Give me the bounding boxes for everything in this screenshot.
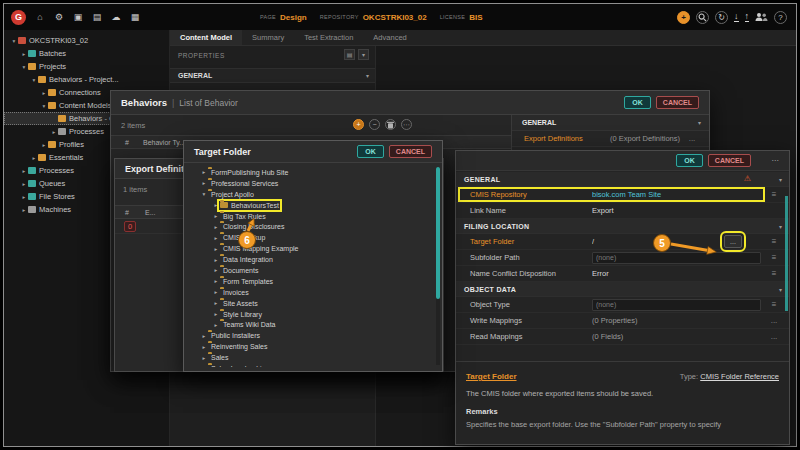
menu-icon[interactable]: ≡ bbox=[765, 237, 783, 246]
menu-icon[interactable]: ≡ bbox=[765, 253, 783, 262]
chevron-right-icon[interactable]: ▸ bbox=[200, 333, 208, 339]
chevron-right-icon[interactable]: ▸ bbox=[212, 246, 220, 252]
folder-tree-item-formpublishing-hub-site[interactable]: ▸FormPublishing Hub Site bbox=[186, 167, 434, 178]
behaviors-dialog-titlebar[interactable]: Behaviors | List of Behavior OK CANCEL bbox=[111, 91, 709, 115]
chevron-down-icon[interactable]: ▾ bbox=[40, 103, 48, 109]
properties-dialog-titlebar[interactable]: OK CANCEL ... bbox=[456, 151, 789, 171]
chevron-right-icon[interactable]: ▸ bbox=[212, 311, 220, 317]
folder-tree-item-teams-wiki-data[interactable]: ▸Teams Wiki Data bbox=[186, 319, 434, 330]
value-text[interactable]: / bbox=[592, 237, 594, 246]
ok-button[interactable]: OK bbox=[624, 96, 651, 109]
browse-button[interactable]: ... bbox=[724, 235, 742, 248]
scrollbar-thumb[interactable] bbox=[436, 167, 440, 299]
download-icon[interactable]: ↓ bbox=[734, 12, 739, 22]
property-value[interactable]: (0 Properties) bbox=[592, 316, 765, 325]
chevron-down-icon[interactable]: ▾ bbox=[366, 72, 369, 79]
property-row-write-mappings[interactable]: Write Mappings(0 Properties)... bbox=[456, 313, 789, 329]
section-header-object-data[interactable]: OBJECT DATA▾ bbox=[456, 282, 789, 297]
main-general-section[interactable]: GENERAL ▾ bbox=[170, 68, 375, 83]
column-behavior-type[interactable]: Behavior Ty... bbox=[143, 139, 185, 146]
sidebar-item-batches[interactable]: ▸Batches bbox=[4, 47, 169, 60]
target-folder-titlebar[interactable]: Target Folder OK CANCEL bbox=[184, 141, 442, 163]
remove-row-icon[interactable]: − bbox=[369, 119, 380, 130]
users-icon[interactable] bbox=[755, 12, 768, 22]
value-link[interactable]: bisok.com Team Site bbox=[592, 190, 661, 199]
folder-tree-item-invoices[interactable]: ▸Invoices bbox=[186, 287, 434, 298]
property-row-target-folder[interactable]: Target Folder/...≡ bbox=[456, 234, 789, 250]
chevron-right-icon[interactable]: ▸ bbox=[40, 142, 48, 148]
chevron-right-icon[interactable]: ▸ bbox=[20, 194, 28, 200]
chevron-right-icon[interactable]: ▸ bbox=[200, 355, 208, 361]
folder-tree-item-big-tax-rules[interactable]: ▸Big Tax Rules bbox=[186, 211, 434, 222]
chevron-down-icon[interactable]: ▾ bbox=[30, 77, 38, 83]
chevron-down-icon[interactable]: ▾ bbox=[698, 119, 701, 126]
chevron-right-icon[interactable]: ▸ bbox=[20, 168, 28, 174]
menu-icon[interactable]: ≡ bbox=[765, 269, 783, 278]
folder-tree-item-behaviourstest[interactable]: ▸BehavioursTest bbox=[186, 200, 434, 211]
chevron-right-icon[interactable]: ▸ bbox=[212, 300, 220, 306]
chevron-right-icon[interactable]: ▸ bbox=[30, 155, 38, 161]
more-icon[interactable]: ⋯ bbox=[401, 119, 412, 130]
more-options-button[interactable]: ... bbox=[771, 153, 779, 163]
folder-tree-item-documents[interactable]: ▸Documents bbox=[186, 265, 434, 276]
chevron-right-icon[interactable]: ▸ bbox=[212, 235, 220, 241]
home-icon[interactable]: ⌂ bbox=[33, 12, 47, 22]
cloud-icon[interactable]: ☁ bbox=[109, 12, 123, 22]
chevron-right-icon[interactable]: ▸ bbox=[212, 267, 220, 273]
add-icon[interactable]: + bbox=[677, 11, 690, 24]
chevron-right-icon[interactable]: ▸ bbox=[212, 213, 220, 219]
batches-icon[interactable]: ▣ bbox=[71, 12, 85, 22]
property-row-cmis-repository[interactable]: CMIS Repositorybisok.com Team Site≡ bbox=[456, 187, 789, 203]
section-header-filing-location[interactable]: FILING LOCATION▾ bbox=[456, 219, 789, 234]
tab-content-model[interactable]: Content Model bbox=[170, 30, 242, 45]
help-type-link[interactable]: CMIS Folder Reference bbox=[700, 372, 779, 381]
property-value[interactable]: bisok.com Team Site bbox=[592, 190, 765, 199]
chevron-down-icon[interactable]: ▾ bbox=[200, 191, 208, 197]
folder-tree-item-professional-services[interactable]: ▸Professional Services bbox=[186, 178, 434, 189]
scrollbar-track[interactable] bbox=[436, 167, 440, 365]
chevron-right-icon[interactable]: ▸ bbox=[212, 322, 220, 328]
chevron-right-icon[interactable]: ▸ bbox=[200, 169, 208, 175]
help-icon[interactable]: ? bbox=[774, 11, 787, 24]
chevron-down-icon[interactable]: ▾ bbox=[779, 176, 782, 183]
tab-summary[interactable]: Summary bbox=[242, 30, 294, 45]
chevron-right-icon[interactable]: ▸ bbox=[20, 51, 28, 57]
ellipsis-icon[interactable]: ... bbox=[765, 332, 783, 341]
folder-tree-item-site-assets[interactable]: ▸Site Assets bbox=[186, 298, 434, 309]
stats-icon[interactable]: ▦ bbox=[128, 12, 142, 22]
chevron-right-icon[interactable]: ▸ bbox=[200, 180, 208, 186]
tools-icon[interactable]: ⚙ bbox=[52, 12, 66, 22]
ok-button[interactable]: OK bbox=[357, 145, 384, 158]
chevron-right-icon[interactable]: ▸ bbox=[212, 224, 220, 230]
folder-tree-item-cmis-lookup[interactable]: ▸CMIS Lookup bbox=[186, 232, 434, 243]
property-row-object-type[interactable]: Object Type(none)≡ bbox=[456, 297, 789, 313]
sidebar-item-projects[interactable]: ▾Projects bbox=[4, 60, 169, 73]
property-row-subfolder-path[interactable]: Subfolder Path(none)≡ bbox=[456, 250, 789, 266]
chevron-down-icon[interactable]: ▾ bbox=[779, 223, 782, 230]
property-value[interactable]: (none) bbox=[592, 299, 765, 311]
behaviors-general-section[interactable]: GENERAL ▾ bbox=[512, 115, 709, 131]
cancel-button[interactable]: CANCEL bbox=[656, 96, 699, 109]
folder-tree-item-form-templates[interactable]: ▸Form Templates bbox=[186, 276, 434, 287]
scrollbar-thumb[interactable] bbox=[785, 196, 788, 311]
ok-button[interactable]: OK bbox=[676, 154, 703, 167]
cancel-button[interactable]: CANCEL bbox=[389, 145, 432, 158]
property-row-link-name[interactable]: Link NameExport bbox=[456, 203, 789, 219]
property-value[interactable]: / bbox=[592, 237, 724, 246]
folder-tree-item-cmis-mapping-example[interactable]: ▸CMIS Mapping Example bbox=[186, 243, 434, 254]
value-text[interactable]: Error bbox=[592, 269, 609, 278]
chevron-right-icon[interactable]: ▸ bbox=[212, 257, 220, 263]
property-value[interactable]: Export bbox=[592, 206, 783, 215]
refresh-icon[interactable]: ↻ bbox=[715, 11, 728, 24]
folder-tree-item-style-library[interactable]: ▸Style Library bbox=[186, 309, 434, 320]
chevron-right-icon[interactable]: ▸ bbox=[50, 129, 58, 135]
folder-tree-item-reinventing-sales[interactable]: ▸Reinventing Sales bbox=[186, 341, 434, 352]
folder-tree-item-public-installers[interactable]: ▸Public Installers bbox=[186, 330, 434, 341]
folder-tree-item-sales-leadership[interactable]: ▸Sales-Leadership bbox=[186, 363, 434, 367]
value-input[interactable]: (none) bbox=[592, 252, 761, 264]
column-export-type[interactable]: E... bbox=[145, 209, 156, 216]
search-icon[interactable] bbox=[696, 11, 709, 24]
folder-tree-item-data-integration[interactable]: ▸Data Integration bbox=[186, 254, 434, 265]
value-text[interactable]: Export bbox=[592, 206, 614, 215]
property-value[interactable]: Error bbox=[592, 269, 765, 278]
